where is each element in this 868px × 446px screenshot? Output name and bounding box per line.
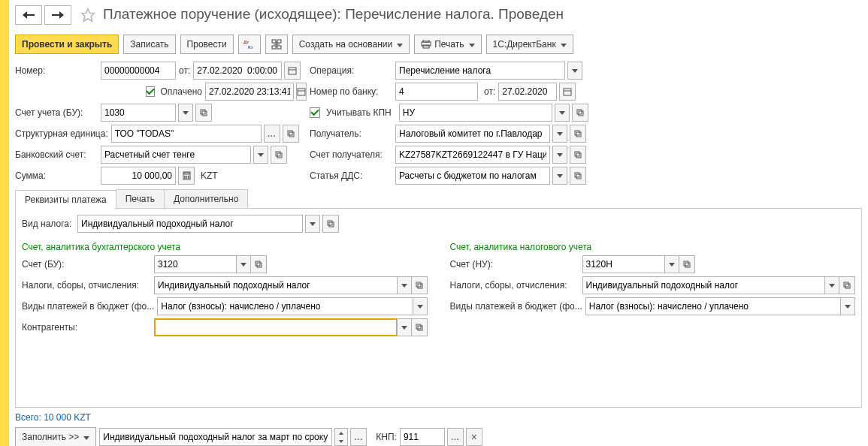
taxes-bu-label: Налоги, сборы, отчисления: xyxy=(22,280,151,291)
kpn-checkbox[interactable] xyxy=(310,107,320,118)
bank-account-dropdown[interactable] xyxy=(253,146,268,164)
counterparties-label: Контрагенты: xyxy=(22,322,151,333)
dds-label: Статья ДДС: xyxy=(310,170,392,181)
date3-calendar-icon[interactable] xyxy=(559,83,576,101)
svg-rect-50 xyxy=(844,282,848,287)
svg-point-36 xyxy=(186,177,186,178)
tax-kind-dropdown[interactable] xyxy=(305,215,320,233)
favorite-star-icon[interactable] xyxy=(79,6,97,24)
counterparties-field[interactable] xyxy=(154,318,398,336)
knp-label: КНП: xyxy=(376,432,397,442)
recipient-open[interactable] xyxy=(570,125,586,143)
account-nu-open[interactable] xyxy=(679,255,695,273)
knp-field[interactable] xyxy=(400,428,445,446)
nav-forward-button[interactable] xyxy=(44,5,71,25)
bank-number-field[interactable] xyxy=(395,83,478,101)
tax-kind-open[interactable] xyxy=(322,215,339,233)
operation-dropdown-icon[interactable] xyxy=(567,62,582,80)
tab-additional[interactable]: Дополнительно xyxy=(164,189,248,208)
taxes-nu-field[interactable] xyxy=(582,276,826,294)
account-nu-dropdown[interactable] xyxy=(664,255,679,273)
date1-field[interactable] xyxy=(193,62,282,80)
account-nu-label: Счет (НУ): xyxy=(450,259,579,270)
recipient-account-open[interactable] xyxy=(570,146,586,164)
svg-rect-12 xyxy=(289,68,296,74)
kpn-open[interactable] xyxy=(572,104,588,122)
taxes-bu-field[interactable] xyxy=(154,276,398,294)
svg-rect-51 xyxy=(845,284,850,288)
sum-calc-icon[interactable] xyxy=(178,167,195,185)
date2-field[interactable] xyxy=(205,83,294,101)
sum-field[interactable] xyxy=(101,167,176,185)
taxes-bu-open[interactable] xyxy=(411,276,428,294)
knp-clear[interactable] xyxy=(466,428,482,446)
recipient-dropdown[interactable] xyxy=(552,125,567,143)
create-based-button[interactable]: Создать на основании xyxy=(292,35,410,54)
directbank-button[interactable]: 1С:ДиректБанк xyxy=(486,35,573,54)
tax-kind-field[interactable] xyxy=(77,215,303,233)
date1-calendar-icon[interactable] xyxy=(284,62,301,80)
account-bu2-field[interactable] xyxy=(154,255,237,273)
nav-back-button[interactable] xyxy=(15,5,42,25)
tab-requisites[interactable]: Реквизиты платежа xyxy=(15,190,116,209)
fill-select-spinner[interactable] xyxy=(334,428,348,446)
taxes-bu-dropdown[interactable] xyxy=(397,276,412,294)
svg-rect-4 xyxy=(277,40,281,43)
struct-unit-field[interactable] xyxy=(111,125,262,143)
tax-kind-label: Вид налога: xyxy=(22,218,74,229)
payment-bu-dropdown[interactable] xyxy=(413,297,428,315)
fill-select-choose[interactable] xyxy=(350,428,367,446)
bank-account-open[interactable] xyxy=(271,146,287,164)
kpn-dropdown[interactable] xyxy=(555,104,570,122)
counterparties-dropdown[interactable] xyxy=(397,318,412,336)
number-field[interactable] xyxy=(101,62,176,80)
knp-choose[interactable] xyxy=(447,428,464,446)
save-button[interactable]: Записать xyxy=(123,35,175,54)
svg-text:Дт: Дт xyxy=(243,40,249,44)
kpn-field[interactable] xyxy=(399,104,552,122)
account-bu2-open[interactable] xyxy=(250,255,267,273)
account-bu-dropdown[interactable] xyxy=(178,104,193,122)
date3-field[interactable] xyxy=(498,83,557,101)
print-button[interactable]: Печать xyxy=(414,35,481,54)
taxes-nu-open[interactable] xyxy=(839,276,855,294)
dtkt-icon-button[interactable]: ДтКт xyxy=(238,35,261,54)
struct-unit-label: Структурная единица: xyxy=(15,128,108,139)
from-label-2: от: xyxy=(484,86,495,97)
svg-rect-21 xyxy=(579,111,583,116)
payment-nu-field[interactable] xyxy=(585,297,841,315)
structure-icon-button[interactable] xyxy=(265,35,288,54)
svg-point-37 xyxy=(188,177,189,178)
taxes-nu-dropdown[interactable] xyxy=(824,276,839,294)
counterparties-open[interactable] xyxy=(411,318,428,336)
fill-button[interactable]: Заполнить >> xyxy=(15,427,96,446)
struct-unit-choose[interactable] xyxy=(264,125,280,143)
payment-nu-dropdown[interactable] xyxy=(840,297,855,315)
post-button[interactable]: Провести xyxy=(180,35,234,54)
account-bu-field[interactable] xyxy=(101,104,176,122)
recipient-account-dropdown[interactable] xyxy=(552,146,567,164)
recipient-field[interactable] xyxy=(395,125,550,143)
account-nu-field[interactable] xyxy=(582,255,665,273)
bank-account-field[interactable] xyxy=(101,146,251,164)
tab-print[interactable]: Печать xyxy=(116,189,165,208)
kpn-label: Учитывать КПН xyxy=(326,107,392,118)
svg-rect-47 xyxy=(418,326,422,330)
dds-dropdown[interactable] xyxy=(552,167,567,185)
date2-calendar-icon[interactable] xyxy=(296,83,307,101)
operation-field[interactable] xyxy=(395,62,565,80)
page-title: Платежное поручение (исходящее): Перечис… xyxy=(103,3,564,27)
number-label: Номер: xyxy=(15,65,98,76)
paid-checkbox[interactable] xyxy=(146,86,155,97)
recipient-account-field[interactable] xyxy=(395,146,550,164)
post-and-close-button[interactable]: Провести и закрыть xyxy=(15,35,119,54)
struct-unit-open[interactable] xyxy=(283,125,299,143)
account-bu-open[interactable] xyxy=(195,104,212,122)
payment-bu-field[interactable] xyxy=(157,297,413,315)
dds-open[interactable] xyxy=(570,167,586,185)
fill-select-field[interactable] xyxy=(99,428,332,446)
svg-rect-42 xyxy=(256,261,260,266)
dds-field[interactable] xyxy=(395,167,550,185)
account-bu2-dropdown[interactable] xyxy=(236,255,251,273)
account-bu2-label: Счет (БУ): xyxy=(22,259,151,270)
